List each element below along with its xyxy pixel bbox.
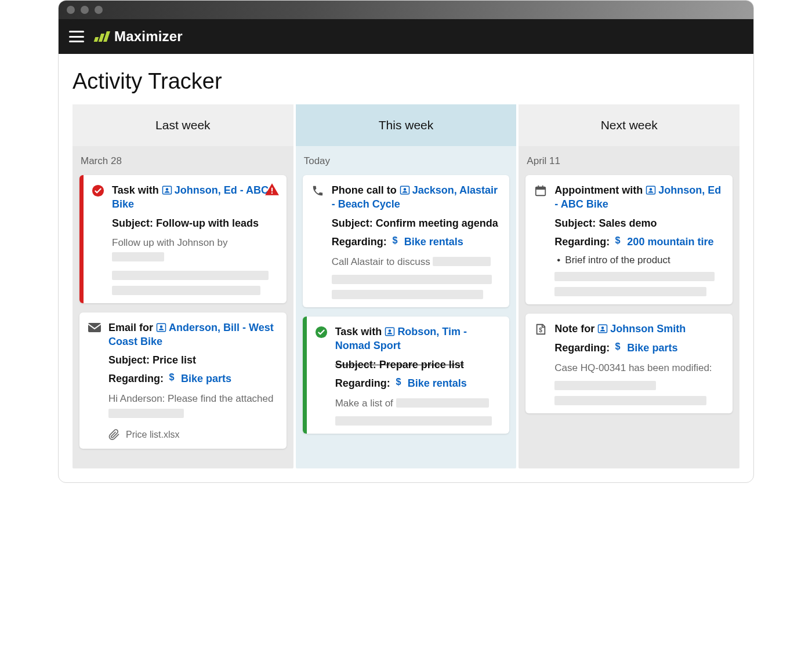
contact-icon <box>156 322 166 333</box>
regarding-link[interactable]: $ Bike parts <box>614 341 677 355</box>
regarding-line: Regarding: $ Bike parts <box>108 372 277 386</box>
paperclip-icon <box>108 429 120 441</box>
brand[interactable]: Maximizer <box>95 28 183 45</box>
subject-line: Subject: Price list <box>108 354 277 366</box>
placeholder <box>433 257 491 266</box>
contact-icon <box>162 185 172 195</box>
column-body: April 11 Appointment with Johnson, Ed - … <box>519 146 740 468</box>
svg-rect-18 <box>538 186 539 188</box>
svg-point-25 <box>601 326 604 329</box>
subject-label: Subject: <box>112 217 153 229</box>
regarding-link[interactable]: $ Bike parts <box>168 372 231 386</box>
card-body: Follow up with Johnson by <box>112 235 277 265</box>
contact-icon <box>385 326 395 337</box>
column-body: Today Phone call to Jackson, Alastair - … <box>296 146 517 468</box>
card-body: Call Alastair to discuss <box>332 255 501 270</box>
column-last-week: Last week March 28 Task with <box>72 104 293 468</box>
placeholder <box>335 416 492 426</box>
title-prefix: Task with <box>335 326 382 337</box>
column-this-week: This week Today Phone call to Jackson, A… <box>296 104 517 468</box>
bullet-item: Brief intro of the product <box>554 255 723 266</box>
dollar-icon: $ <box>392 235 400 249</box>
svg-point-10 <box>403 188 406 191</box>
column-next-week: Next week April 11 Appointment with John… <box>519 104 740 468</box>
subject-text: Prepare price list <box>379 359 464 370</box>
column-header[interactable]: This week <box>296 104 517 146</box>
activity-card-call[interactable]: Phone call to Jackson, Alastair - Beach … <box>303 175 510 307</box>
menu-icon[interactable] <box>69 31 84 42</box>
subject-label: Subject: <box>335 359 376 370</box>
regarding-text: Bike rentals <box>408 377 467 390</box>
mail-icon <box>88 321 102 441</box>
contact-link[interactable]: Johnson Smith <box>610 323 686 335</box>
status-stripe <box>303 317 307 434</box>
svg-text:$: $ <box>615 341 621 351</box>
regarding-label: Regarding: <box>108 373 164 385</box>
body-lead: Follow up with Johnson by <box>112 237 227 248</box>
dollar-icon: $ <box>614 235 622 249</box>
card-title: Appointment with Johnson, Ed - ABC Bike <box>554 183 723 212</box>
column-header[interactable]: Next week <box>519 104 740 146</box>
calendar-icon <box>534 183 548 296</box>
placeholder <box>554 396 706 405</box>
activity-card-task[interactable]: Task with Johnson, Ed - ABC Bike Subject… <box>79 175 287 303</box>
page-title: Activity Tracker <box>59 54 753 104</box>
window-control-close[interactable] <box>67 6 75 14</box>
date-label: March 28 <box>81 155 285 167</box>
svg-text:$: $ <box>392 235 397 245</box>
body-lead: Case HQ-00341 has been modified: <box>554 362 712 373</box>
column-header[interactable]: Last week <box>72 104 293 146</box>
date-label: April 11 <box>527 155 731 167</box>
card-title: Note for Johnson Smith <box>554 322 723 336</box>
attachment[interactable]: Price list.xlsx <box>108 429 277 441</box>
regarding-line: Regarding: $ 200 mountain tire <box>554 235 723 249</box>
brand-logo-icon <box>95 31 108 42</box>
dollar-icon: $ <box>395 377 403 390</box>
activity-card-task[interactable]: Task with Robson, Tim - Nomad Sport Subj… <box>303 317 510 434</box>
activity-card-appointment[interactable]: Appointment with Johnson, Ed - ABC Bike … <box>525 175 733 304</box>
subject-text: Price list <box>153 354 196 366</box>
subject-label: Subject: <box>332 217 373 229</box>
window-titlebar <box>59 1 753 19</box>
window-frame: Maximizer Activity Tracker Last week Mar… <box>58 0 754 483</box>
placeholder <box>554 381 655 390</box>
card-body: Make a list of <box>335 396 501 411</box>
regarding-label: Regarding: <box>554 342 610 354</box>
activity-card-note[interactable]: $ Note for Johnson Smith Regarding: <box>525 314 733 414</box>
svg-text:$: $ <box>396 377 401 387</box>
subject-text: Confirm meeting agenda <box>376 217 498 229</box>
card-title: Task with Robson, Tim - Nomad Sport <box>335 325 501 353</box>
placeholder <box>108 409 184 418</box>
svg-text:$: $ <box>539 326 543 333</box>
window-control-minimize[interactable] <box>81 6 89 14</box>
placeholder <box>112 252 164 261</box>
activity-board: Last week March 28 Task with <box>59 104 753 482</box>
phone-icon <box>311 183 325 299</box>
card-title: Phone call to Jackson, Alastair - Beach … <box>332 183 501 212</box>
activity-card-email[interactable]: Email for Anderson, Bill - West Coast Bi… <box>79 312 287 449</box>
contact-icon <box>400 185 410 195</box>
placeholder <box>112 271 269 280</box>
svg-point-14 <box>389 329 392 332</box>
regarding-text: Bike rentals <box>404 236 463 248</box>
subject-line: Subject: Prepare price list <box>335 359 501 371</box>
placeholder <box>112 286 260 295</box>
regarding-text: Bike parts <box>181 373 231 385</box>
regarding-label: Regarding: <box>554 236 610 248</box>
app-header: Maximizer <box>59 19 753 54</box>
card-title: Email for Anderson, Bill - West Coast Bi… <box>108 321 277 349</box>
placeholder <box>554 287 706 296</box>
svg-rect-5 <box>88 323 101 332</box>
svg-text:$: $ <box>615 235 621 245</box>
regarding-link[interactable]: $ Bike rentals <box>395 377 467 390</box>
regarding-link[interactable]: $ 200 mountain tire <box>614 235 713 249</box>
title-prefix: Task with <box>112 184 159 196</box>
svg-point-7 <box>160 325 163 328</box>
regarding-link[interactable]: $ Bike rentals <box>392 235 463 249</box>
subject-text: Follow-up with leads <box>156 217 259 229</box>
attachment-name: Price list.xlsx <box>126 430 179 440</box>
svg-rect-17 <box>536 187 546 190</box>
card-body: Hi Anderson: Please find the attached <box>108 391 277 421</box>
window-control-zoom[interactable] <box>95 6 103 14</box>
regarding-label: Regarding: <box>335 377 390 390</box>
